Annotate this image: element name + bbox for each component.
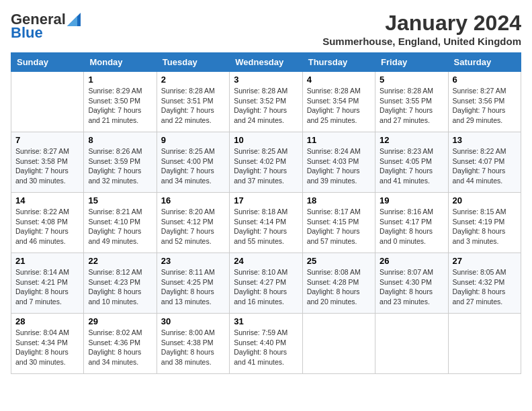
day-info: Sunrise: 8:18 AMSunset: 4:14 PMDaylight:… xyxy=(234,207,298,246)
day-info: Sunrise: 8:28 AMSunset: 3:52 PMDaylight:… xyxy=(234,86,298,126)
header-thursday: Thursday xyxy=(302,53,375,72)
day-info: Sunrise: 8:25 AMSunset: 4:00 PMDaylight:… xyxy=(161,146,225,186)
day-info: Sunrise: 8:10 AMSunset: 4:27 PMDaylight:… xyxy=(234,267,298,307)
day-info: Sunrise: 8:21 AMSunset: 4:10 PMDaylight:… xyxy=(88,207,152,246)
day-info: Sunrise: 8:20 AMSunset: 4:12 PMDaylight:… xyxy=(161,207,225,246)
day-info: Sunrise: 8:08 AMSunset: 4:28 PMDaylight:… xyxy=(307,267,371,307)
day-number: 17 xyxy=(234,195,298,205)
day-cell: 20Sunrise: 8:15 AMSunset: 4:19 PMDayligh… xyxy=(448,193,521,253)
header-sunday: Sunday xyxy=(11,53,84,72)
day-number: 26 xyxy=(380,256,443,266)
day-cell xyxy=(302,314,375,374)
day-number: 11 xyxy=(307,135,371,145)
day-number: 16 xyxy=(161,195,225,205)
day-number: 12 xyxy=(380,135,443,145)
day-number: 18 xyxy=(307,195,371,205)
weekday-header-row: Sunday Monday Tuesday Wednesday Thursday… xyxy=(11,53,521,72)
day-cell: 16Sunrise: 8:20 AMSunset: 4:12 PMDayligh… xyxy=(157,193,229,253)
day-cell: 28Sunrise: 8:04 AMSunset: 4:34 PMDayligh… xyxy=(11,314,84,374)
day-cell: 12Sunrise: 8:23 AMSunset: 4:05 PMDayligh… xyxy=(375,132,448,193)
day-number: 21 xyxy=(15,256,79,266)
day-number: 6 xyxy=(453,75,517,85)
day-number: 28 xyxy=(15,316,79,326)
day-info: Sunrise: 8:15 AMSunset: 4:19 PMDaylight:… xyxy=(453,207,517,246)
week-row-3: 14Sunrise: 8:22 AMSunset: 4:08 PMDayligh… xyxy=(11,193,521,253)
month-title: January 2024 xyxy=(322,11,521,36)
day-number: 2 xyxy=(161,75,225,85)
calendar-table: Sunday Monday Tuesday Wednesday Thursday… xyxy=(11,52,521,374)
day-number: 7 xyxy=(15,135,79,145)
day-info: Sunrise: 8:12 AMSunset: 4:23 PMDaylight:… xyxy=(88,267,152,307)
day-cell: 6Sunrise: 8:27 AMSunset: 3:56 PMDaylight… xyxy=(448,72,521,132)
day-info: Sunrise: 8:29 AMSunset: 3:50 PMDaylight:… xyxy=(88,86,152,126)
day-info: Sunrise: 8:27 AMSunset: 3:58 PMDaylight:… xyxy=(15,146,79,186)
day-cell: 4Sunrise: 8:28 AMSunset: 3:54 PMDaylight… xyxy=(302,72,375,132)
day-number: 31 xyxy=(234,316,298,326)
day-info: Sunrise: 8:17 AMSunset: 4:15 PMDaylight:… xyxy=(307,207,371,246)
day-number: 24 xyxy=(234,256,298,266)
day-cell xyxy=(11,72,84,132)
day-cell: 24Sunrise: 8:10 AMSunset: 4:27 PMDayligh… xyxy=(230,253,302,314)
page-header: General Blue January 2024 Summerhouse, E… xyxy=(11,11,521,47)
day-info: Sunrise: 8:00 AMSunset: 4:38 PMDaylight:… xyxy=(161,328,225,367)
day-cell: 18Sunrise: 8:17 AMSunset: 4:15 PMDayligh… xyxy=(302,193,375,253)
day-info: Sunrise: 8:23 AMSunset: 4:05 PMDaylight:… xyxy=(380,146,443,186)
day-cell: 1Sunrise: 8:29 AMSunset: 3:50 PMDaylight… xyxy=(84,72,157,132)
day-cell: 11Sunrise: 8:24 AMSunset: 4:03 PMDayligh… xyxy=(302,132,375,193)
location: Summerhouse, England, United Kingdom xyxy=(322,36,521,47)
day-info: Sunrise: 8:26 AMSunset: 3:59 PMDaylight:… xyxy=(88,146,152,186)
day-number: 29 xyxy=(88,316,152,326)
day-number: 13 xyxy=(453,135,517,145)
day-cell: 25Sunrise: 8:08 AMSunset: 4:28 PMDayligh… xyxy=(302,253,375,314)
day-cell: 5Sunrise: 8:28 AMSunset: 3:55 PMDaylight… xyxy=(375,72,448,132)
day-number: 22 xyxy=(88,256,152,266)
day-info: Sunrise: 8:16 AMSunset: 4:17 PMDaylight:… xyxy=(380,207,443,246)
day-number: 27 xyxy=(453,256,517,266)
week-row-5: 28Sunrise: 8:04 AMSunset: 4:34 PMDayligh… xyxy=(11,314,521,374)
day-number: 3 xyxy=(234,75,298,85)
day-cell: 14Sunrise: 8:22 AMSunset: 4:08 PMDayligh… xyxy=(11,193,84,253)
day-info: Sunrise: 8:28 AMSunset: 3:51 PMDaylight:… xyxy=(161,86,225,126)
day-info: Sunrise: 8:27 AMSunset: 3:56 PMDaylight:… xyxy=(453,86,517,126)
day-info: Sunrise: 8:22 AMSunset: 4:08 PMDaylight:… xyxy=(15,207,79,246)
day-number: 1 xyxy=(88,75,152,85)
day-cell: 3Sunrise: 8:28 AMSunset: 3:52 PMDaylight… xyxy=(230,72,302,132)
day-cell: 7Sunrise: 8:27 AMSunset: 3:58 PMDaylight… xyxy=(11,132,84,193)
day-info: Sunrise: 8:24 AMSunset: 4:03 PMDaylight:… xyxy=(307,146,371,186)
day-number: 5 xyxy=(380,75,443,85)
week-row-2: 7Sunrise: 8:27 AMSunset: 3:58 PMDaylight… xyxy=(11,132,521,193)
logo: General Blue xyxy=(11,11,81,42)
svg-marker-1 xyxy=(67,16,77,26)
day-info: Sunrise: 8:05 AMSunset: 4:32 PMDaylight:… xyxy=(453,267,517,307)
day-cell: 21Sunrise: 8:14 AMSunset: 4:21 PMDayligh… xyxy=(11,253,84,314)
day-info: Sunrise: 8:14 AMSunset: 4:21 PMDaylight:… xyxy=(15,267,79,307)
logo-blue: Blue xyxy=(11,24,43,42)
day-number: 8 xyxy=(88,135,152,145)
day-cell: 31Sunrise: 7:59 AMSunset: 4:40 PMDayligh… xyxy=(230,314,302,374)
week-row-1: 1Sunrise: 8:29 AMSunset: 3:50 PMDaylight… xyxy=(11,72,521,132)
day-info: Sunrise: 8:28 AMSunset: 3:55 PMDaylight:… xyxy=(380,86,443,126)
day-cell: 9Sunrise: 8:25 AMSunset: 4:00 PMDaylight… xyxy=(157,132,229,193)
day-cell: 22Sunrise: 8:12 AMSunset: 4:23 PMDayligh… xyxy=(84,253,157,314)
logo-icon xyxy=(67,13,81,26)
day-number: 10 xyxy=(234,135,298,145)
day-number: 19 xyxy=(380,195,443,205)
day-number: 25 xyxy=(307,256,371,266)
day-cell: 23Sunrise: 8:11 AMSunset: 4:25 PMDayligh… xyxy=(157,253,229,314)
day-cell: 10Sunrise: 8:25 AMSunset: 4:02 PMDayligh… xyxy=(230,132,302,193)
day-info: Sunrise: 7:59 AMSunset: 4:40 PMDaylight:… xyxy=(234,328,298,367)
day-cell: 2Sunrise: 8:28 AMSunset: 3:51 PMDaylight… xyxy=(157,72,229,132)
day-number: 14 xyxy=(15,195,79,205)
day-info: Sunrise: 8:22 AMSunset: 4:07 PMDaylight:… xyxy=(453,146,517,186)
day-number: 30 xyxy=(161,316,225,326)
day-cell: 26Sunrise: 8:07 AMSunset: 4:30 PMDayligh… xyxy=(375,253,448,314)
header-monday: Monday xyxy=(84,53,157,72)
day-info: Sunrise: 8:02 AMSunset: 4:36 PMDaylight:… xyxy=(88,328,152,367)
day-cell xyxy=(448,314,521,374)
header-saturday: Saturday xyxy=(448,53,521,72)
day-cell: 17Sunrise: 8:18 AMSunset: 4:14 PMDayligh… xyxy=(230,193,302,253)
day-info: Sunrise: 8:25 AMSunset: 4:02 PMDaylight:… xyxy=(234,146,298,186)
day-number: 20 xyxy=(453,195,517,205)
day-info: Sunrise: 8:07 AMSunset: 4:30 PMDaylight:… xyxy=(380,267,443,307)
day-cell: 8Sunrise: 8:26 AMSunset: 3:59 PMDaylight… xyxy=(84,132,157,193)
